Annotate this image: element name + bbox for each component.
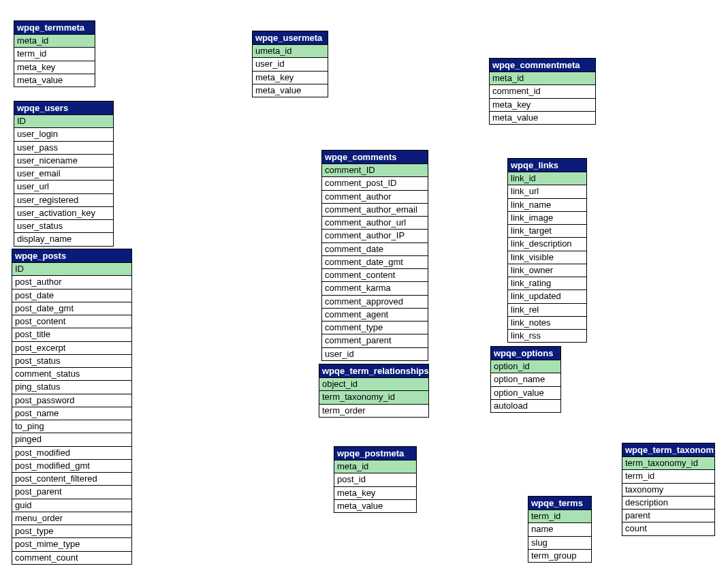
column-row: post_content_filtered [12,473,131,486]
column-row: comment_approved [322,296,428,309]
table-users[interactable]: wpqe_usersIDuser_loginuser_passuser_nice… [14,101,114,247]
column-row: option_id [491,360,560,373]
column-row: ID [14,115,113,128]
table-header: wpqe_term_taxonomy [622,443,714,457]
column-row: term_id [622,470,714,483]
table-posts[interactable]: wpqe_postsIDpost_authorpost_datepost_dat… [12,249,132,565]
table-postmeta[interactable]: wpqe_postmetameta_idpost_idmeta_keymeta_… [334,446,417,513]
column-row: link_url [508,185,586,198]
column-row: link_rating [508,277,586,290]
column-row: menu_order [12,512,131,525]
column-row: meta_id [14,35,95,48]
column-row: guid [12,499,131,512]
column-row: link_target [508,225,586,238]
column-row: post_modified_gmt [12,460,131,473]
column-row: post_author [12,276,131,289]
column-row: term_id [528,510,591,523]
table-links[interactable]: wpqe_linkslink_idlink_urllink_namelink_i… [507,158,587,343]
table-terms[interactable]: wpqe_termsterm_idnameslugterm_group [528,496,592,563]
column-row: term_id [14,48,95,61]
table-header: wpqe_term_relationships [319,364,428,378]
column-row: post_date_gmt [12,302,131,315]
column-row: link_rss [508,330,586,342]
column-row: meta_key [334,487,416,500]
table-header: wpqe_users [14,101,113,115]
column-row: post_password [12,394,131,407]
table-options[interactable]: wpqe_optionsoption_idoption_nameoption_v… [490,346,561,413]
table-commentmeta[interactable]: wpqe_commentmetameta_idcomment_idmeta_ke… [489,58,596,125]
table-header: wpqe_terms [528,497,591,510]
column-row: option_value [491,387,560,400]
column-row: user_activation_key [14,207,113,220]
column-row: ping_status [12,381,131,394]
column-row: description [622,497,714,510]
table-header: wpqe_commentmeta [490,59,595,72]
column-row: to_ping [12,420,131,433]
column-row: post_date [12,290,131,302]
table-header: wpqe_links [508,159,586,172]
column-row: umeta_id [253,45,328,58]
column-row: user_registered [14,194,113,207]
column-row: term_taxonomy_id [622,457,714,470]
table-term_taxonomy[interactable]: wpqe_term_taxonomyterm_taxonomy_idterm_i… [622,443,715,536]
column-row: comment_count [12,552,131,564]
column-row: comment_date_gmt [322,256,428,269]
column-row: post_type [12,525,131,538]
column-row: user_nicename [14,155,113,168]
column-row: comment_post_ID [322,177,428,190]
column-row: meta_key [14,61,95,74]
column-row: comment_ID [322,164,428,177]
column-row: post_status [12,355,131,368]
column-row: meta_id [334,460,416,473]
column-row: taxonomy [622,484,714,497]
column-row: post_content [12,315,131,328]
table-header: wpqe_posts [12,249,131,263]
column-row: link_updated [508,290,586,303]
table-header: wpqe_usermeta [253,31,328,45]
column-row: post_id [334,473,416,486]
column-row: slug [528,537,591,550]
column-row: link_owner [508,264,586,277]
table-header: wpqe_postmeta [334,447,416,460]
column-row: comment_content [322,269,428,282]
column-row: link_notes [508,317,586,330]
column-row: link_name [508,199,586,212]
column-row: term_group [528,550,591,562]
column-row: comment_author_email [322,204,428,217]
column-row: post_title [12,328,131,341]
column-row: link_visible [508,251,586,264]
column-row: post_mime_type [12,538,131,551]
table-header: wpqe_termmeta [14,21,95,35]
table-usermeta[interactable]: wpqe_usermetaumeta_iduser_idmeta_keymeta… [252,31,328,97]
column-row: comment_author [322,191,428,204]
column-row: meta_value [253,84,328,97]
column-row: meta_value [334,500,416,512]
column-row: autoload [491,400,560,412]
column-row: user_id [322,348,428,360]
column-row: user_pass [14,142,113,155]
column-row: link_image [508,212,586,225]
column-row: meta_value [14,74,95,87]
column-row: comment_author_url [322,217,428,230]
column-row: term_taxonomy_id [319,391,428,404]
column-row: comment_id [490,85,595,98]
column-row: comment_agent [322,309,428,322]
column-row: comment_status [12,368,131,381]
column-row: meta_id [490,72,595,85]
column-row: comment_parent [322,334,428,347]
column-row: comment_karma [322,282,428,295]
table-term_relationships[interactable]: wpqe_term_relationshipsobject_idterm_tax… [319,364,429,418]
column-row: user_url [14,181,113,193]
column-row: meta_value [490,112,595,124]
column-row: post_excerpt [12,342,131,355]
column-row: user_id [253,58,328,71]
table-termmeta[interactable]: wpqe_termmetameta_idterm_idmeta_keymeta_… [14,20,95,87]
column-row: link_rel [508,304,586,317]
column-row: post_parent [12,486,131,499]
column-row: user_status [14,220,113,233]
table-comments[interactable]: wpqe_commentscomment_IDcomment_post_IDco… [321,150,428,361]
column-row: name [528,523,591,536]
column-row: comment_date [322,243,428,256]
column-row: display_name [14,233,113,245]
column-row: term_order [319,405,428,417]
